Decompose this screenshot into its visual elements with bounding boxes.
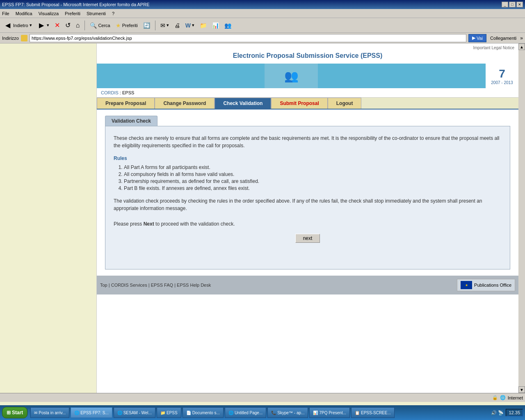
posta-icon: ✉: [34, 411, 37, 415]
epss2-label: EPSS: [167, 411, 178, 415]
taskbar-skype[interactable]: 📞 Skype™ - ap...: [267, 407, 308, 418]
media-button[interactable]: 🔄: [142, 21, 152, 30]
search-icon: 🔍: [90, 22, 97, 29]
sesam-icon: 🌐: [117, 411, 122, 415]
taskbar-7pq[interactable]: 📊 7PQ Present...: [309, 407, 350, 418]
refresh-button[interactable]: ↺: [64, 21, 72, 30]
menu-strumenti[interactable]: Strumenti: [87, 11, 106, 16]
zone-label: Internet: [508, 395, 523, 400]
eu-flag: ★: [461, 281, 472, 289]
print-icon: 🖨: [174, 22, 180, 29]
taskbar-right: 🔊 📡 12.35: [491, 409, 523, 416]
breadcrumb-cordis-link[interactable]: CORDIS: [101, 90, 119, 95]
minimize-button[interactable]: _: [502, 2, 508, 7]
menu-file[interactable]: File: [2, 11, 9, 16]
start-button[interactable]: ⊞ Start: [2, 407, 27, 418]
left-sidebar: [0, 43, 96, 393]
fp7-years: 2007 - 2013: [491, 80, 513, 85]
vai-button[interactable]: ▶ Vai: [468, 34, 486, 42]
main-content: Important Legal Notice Electronic Propos…: [0, 43, 525, 393]
menu-modifica[interactable]: Modifica: [16, 11, 32, 16]
globe-icon: 🌐: [500, 395, 506, 400]
maximize-button[interactable]: □: [509, 2, 516, 7]
publications-office: ★ Publications Office: [457, 279, 515, 291]
menu-help[interactable]: ?: [112, 11, 114, 16]
taskbar-epss[interactable]: 🌐 EPSS FP7: S...: [71, 407, 112, 418]
validation-body: These checks are merely to ensure that a…: [105, 126, 510, 269]
word-icon: W: [185, 22, 191, 29]
windows-logo-icon: ⊞: [7, 410, 11, 415]
fp7-number: 7: [491, 67, 513, 80]
mail-button[interactable]: ✉ ▾: [159, 21, 171, 30]
address-label: Indirizzo: [2, 36, 19, 41]
forward-icon: ▶: [37, 21, 46, 30]
page-footer: Top | CORDIS Services | EPSS FAQ | EPSS …: [97, 276, 518, 294]
tab-logout[interactable]: Logout: [328, 98, 362, 109]
rule-4: Part B file exists. If annexes are defin…: [124, 185, 502, 191]
refresh-icon: ↺: [65, 21, 71, 29]
taskbar: ⊞ Start ✉ Posta in arriv... 🌐 EPSS FP7: …: [0, 405, 525, 420]
word-dropdown-icon[interactable]: ▾: [192, 23, 194, 28]
menu-visualizza[interactable]: Visualizza: [39, 11, 59, 16]
breadcrumb: CORDIS : EPSS: [97, 88, 518, 98]
tab-submit-proposal[interactable]: Submit Proposal: [271, 98, 327, 109]
print-button[interactable]: 🖨: [173, 21, 182, 30]
home-icon: ⌂: [76, 22, 80, 29]
next-button[interactable]: next: [295, 234, 320, 243]
taskbar-epss2[interactable]: 📁 EPSS: [157, 407, 181, 418]
back-button[interactable]: ◀ Indietro ▾: [2, 21, 34, 30]
tab-prepare-proposal[interactable]: Prepare Proposal: [97, 98, 155, 109]
taskbar-epss-scree[interactable]: 📋 EPSS-SCREE...: [351, 407, 395, 418]
taskbar-sesam[interactable]: 🌐 SESAM - Wel...: [114, 407, 155, 418]
research-button[interactable]: 📊: [210, 21, 221, 30]
scroll-up-button[interactable]: ▲: [518, 43, 525, 50]
forward-dropdown-icon[interactable]: ▾: [47, 23, 49, 28]
taskbar-documento[interactable]: 📄 Documento s...: [183, 407, 224, 418]
content-with-scroll: Important Legal Notice Electronic Propos…: [96, 43, 525, 393]
epss-title: Electronic Proposal Submission Service (…: [101, 50, 514, 62]
expand-icon[interactable]: »: [520, 35, 523, 41]
search-button[interactable]: 🔍 Cerca: [88, 21, 112, 30]
stop-icon: ✕: [55, 21, 60, 29]
collegamenti-button[interactable]: Collegamenti: [488, 35, 518, 41]
media-icon: 🔄: [143, 22, 150, 29]
toolbar-separator-1: [84, 21, 85, 30]
folder-button[interactable]: 📁: [198, 21, 208, 30]
epss-label: EPSS FP7: S...: [80, 411, 108, 415]
address-input[interactable]: [30, 34, 466, 42]
taskbar-untitled[interactable]: 🌐 Untitled Page...: [225, 407, 266, 418]
breadcrumb-separator: :: [120, 90, 121, 95]
sesam-label: SESAM - Wel...: [123, 411, 152, 415]
taskbar-posta[interactable]: ✉ Posta in arriv...: [30, 407, 69, 418]
scroll-down-button[interactable]: ▼: [518, 386, 525, 393]
mail-dropdown-icon[interactable]: ▾: [167, 23, 169, 28]
scroll-area[interactable]: ▲ ▼: [518, 43, 525, 393]
close-button[interactable]: ✕: [516, 2, 523, 7]
forward-button[interactable]: ▶ ▾: [36, 21, 51, 30]
home-button[interactable]: ⌂: [74, 21, 82, 30]
untitled-label: Untitled Page...: [235, 411, 262, 415]
favorites-label: Preferiti: [122, 23, 138, 28]
stop-button[interactable]: ✕: [53, 21, 62, 30]
back-label: Indietro: [13, 23, 28, 28]
menu-bar: File Modifica Visualizza Preferiti Strum…: [0, 9, 525, 18]
next-btn-container: next: [114, 234, 502, 243]
users-button[interactable]: 👥: [223, 21, 233, 30]
scree-label: EPSS-SCREE...: [361, 411, 391, 415]
start-label: Start: [12, 410, 23, 415]
skype-label: Skype™ - ap...: [277, 411, 304, 415]
favorites-button[interactable]: ★ Preferiti: [114, 21, 139, 30]
tab-check-validation[interactable]: Check Validation: [215, 98, 271, 109]
word-button[interactable]: W ▾: [184, 21, 196, 30]
doc-label: Documento s...: [192, 411, 220, 415]
header-photo: 👥: [265, 64, 318, 88]
vai-go-icon: ▶: [472, 35, 475, 41]
vai-label: Vai: [477, 36, 483, 41]
lock-icon: 🔒: [492, 395, 498, 400]
back-dropdown-icon[interactable]: ▾: [30, 23, 32, 28]
menu-preferiti[interactable]: Preferiti: [65, 11, 80, 16]
title-bar-controls[interactable]: _ □ ✕: [502, 2, 523, 7]
posta-label: Posta in arriv...: [39, 411, 66, 415]
tab-change-password[interactable]: Change Password: [155, 98, 215, 109]
rule-1: All Part A forms for all participants ex…: [124, 164, 502, 170]
